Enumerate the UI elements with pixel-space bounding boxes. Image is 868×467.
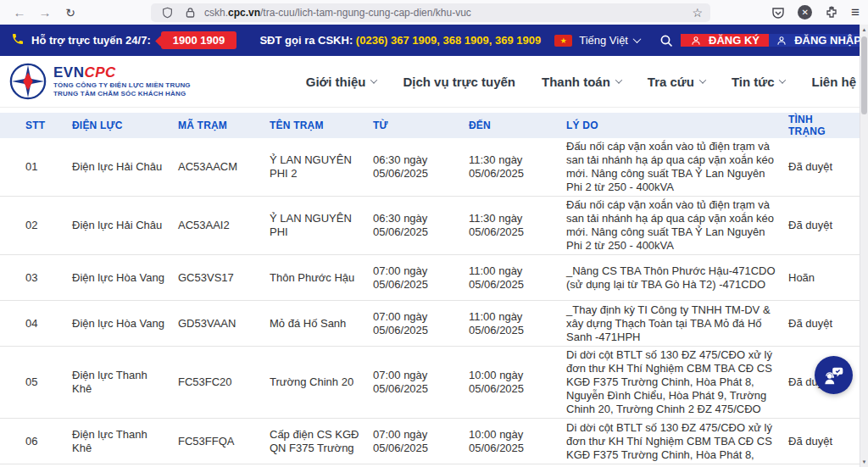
cell-ten-tram: Trường Chinh 20 — [270, 375, 373, 389]
column-header: ĐIỆN LỰC — [72, 120, 178, 131]
status-badge: Đã duyệt — [788, 160, 856, 174]
column-header: ĐẾN — [469, 120, 566, 131]
url-bar[interactable]: cskh.cpc.vn/tra-cuu/lich-tam-ngung-cung-… — [151, 3, 710, 22]
nav-item[interactable]: Dịch vụ trực tuyến — [403, 75, 515, 89]
status-badge: Đã duyệt — [788, 317, 856, 331]
nav-item-label: Tin tức — [732, 75, 775, 89]
column-header: TỪ — [373, 120, 469, 131]
cell-ma-tram: AC53AACM — [178, 160, 270, 174]
pocket-icon[interactable] — [770, 4, 787, 21]
company-line2: TRUNG TÂM CHĂM SÓC KHÁCH HÀNG — [53, 90, 191, 98]
cell-tu: 07:00 ngày 05/06/2025 — [373, 264, 469, 292]
chevron-down-icon — [779, 76, 786, 83]
cell-dien-luc: Điện lực Thanh Khê — [72, 428, 178, 455]
status-badge: Đã duyệt — [788, 435, 856, 448]
cell-den: 11:30 ngày 05/06/2025 — [469, 153, 566, 181]
cell-stt: 02 — [25, 219, 72, 232]
lock-icon — [181, 4, 198, 21]
browser-toolbar: ← → ↻ cskh.cpc.vn/tra-cuu/lich-tam-ngung… — [0, 0, 868, 25]
chevron-down-icon — [615, 76, 622, 83]
cell-stt: 05 — [25, 375, 72, 389]
chevron-down-icon — [633, 35, 642, 43]
hotline-badge[interactable]: 1900 1909 — [161, 31, 236, 49]
evncpc-logo[interactable]: EVNCPC TỔNG CÔNG TY ĐIỆN LỰC MIỀN TRUNG … — [8, 62, 191, 101]
shield-icon[interactable] — [159, 4, 175, 21]
cell-ten-tram: Ỷ LAN NGUYÊN PHI 2 — [270, 153, 373, 181]
cell-ly-do: Đấu nối cáp vặn xoắn vào tủ điện trạm và… — [566, 140, 788, 194]
cell-tu: 07:00 ngày 05/06/2025 — [373, 310, 469, 337]
cell-ma-tram: GC53VS17 — [178, 271, 270, 285]
search-button[interactable] — [652, 34, 681, 47]
cell-den: 11:00 ngày 05/06/2025 — [469, 310, 566, 337]
menu-icon[interactable]: ≡ — [851, 4, 860, 21]
status-badge: Hoãn — [788, 271, 856, 285]
scroll-down-icon[interactable]: ▼ — [860, 459, 868, 464]
cell-stt: 01 — [25, 160, 72, 174]
register-button[interactable]: ĐĂNG KÝ — [681, 34, 769, 47]
cell-ly-do: Di dời cột BTLT số 130 ĐZ 475/CĐO xử lý … — [566, 421, 788, 462]
extension-x-icon[interactable]: ✕ — [798, 5, 812, 19]
nav-item[interactable]: Tin tức — [732, 75, 786, 89]
nav-item-label: Liên hệ — [811, 75, 856, 89]
column-header: TÊN TRẠM — [270, 120, 373, 131]
nav-item-label: Giới thiệu — [306, 75, 366, 89]
cell-ma-tram: FC53FC20 — [178, 375, 270, 389]
cell-stt: 03 — [25, 271, 72, 285]
outage-table: STTĐIỆN LỰCMÃ TRẠMTÊN TRẠMTỪĐẾNLÝ DOTÌNH… — [0, 113, 868, 464]
cell-ly-do: Di dời cột BTLT số 130 ĐZ 475/CĐO xử lý … — [566, 348, 788, 416]
cell-ma-tram: GD53VAAN — [178, 317, 270, 331]
cell-ma-tram: AC53AAI2 — [178, 219, 270, 232]
brand-text: EVNCPC — [53, 64, 191, 81]
outbound-phones: SĐT gọi ra CSKH: (0236) 367 1909, 368 19… — [259, 34, 541, 47]
table-header-row: STTĐIỆN LỰCMÃ TRẠMTÊN TRẠMTỪĐẾNLÝ DOTÌNH… — [0, 113, 868, 138]
bookmark-star-icon[interactable]: ☆ — [692, 6, 703, 19]
phone-icon — [11, 32, 25, 49]
cell-ten-tram: Ỷ LAN NGUYÊN PHI — [270, 212, 373, 239]
login-button[interactable]: ĐĂNG NHẬP — [769, 34, 868, 47]
cell-stt: 06 — [25, 435, 72, 448]
chat-agent-icon — [822, 364, 845, 386]
scrollbar-thumb[interactable] — [861, 36, 867, 114]
table-row: 05 Điện lực Thanh Khê FC53FC20 Trường Ch… — [0, 347, 868, 419]
table-row: 06 Điện lực Thanh Khê FC53FFQA Cấp điện … — [0, 419, 868, 464]
topbar: Hỗ trợ trực tuyến 24/7: 1900 1909 SĐT gọ… — [0, 25, 868, 56]
cell-den: 11:00 ngày 05/06/2025 — [469, 264, 566, 292]
chat-support-button[interactable] — [815, 356, 853, 394]
reload-icon[interactable]: ↻ — [59, 3, 81, 23]
cell-ten-tram: Thôn Phước Hậu — [270, 271, 373, 285]
cell-dien-luc: Điện lực Hòa Vang — [72, 271, 178, 285]
cell-ten-tram: Cấp điện CS KGĐ QN F375 Trường — [270, 428, 373, 455]
nav-item[interactable]: Tra cứu — [648, 75, 705, 89]
column-header: LÝ DO — [566, 120, 788, 131]
table-row: 02 Điện lực Hải Châu AC53AAI2 Ỷ LAN NGUY… — [0, 197, 868, 255]
table-row: 04 Điện lực Hòa Vang GD53VAAN Mỏ đá Hố S… — [0, 301, 868, 347]
cell-den: 10:00 ngày 05/06/2025 — [469, 428, 566, 455]
cell-ten-tram: Mỏ đá Hố Sanh — [270, 317, 373, 331]
cell-stt: 04 — [25, 317, 72, 331]
vietnam-flag-icon: ★ — [554, 35, 572, 47]
scroll-up-icon[interactable]: ▲ — [860, 27, 868, 32]
cell-den: 11:30 ngày 05/06/2025 — [469, 212, 566, 239]
cell-dien-luc: Điện lực Thanh Khê — [72, 369, 178, 396]
nav-item[interactable]: Thanh toán — [542, 75, 621, 89]
page-scrollbar[interactable]: ▲ ▼ — [860, 25, 868, 467]
extensions-puzzle-icon[interactable] — [823, 4, 840, 21]
cell-ly-do: Đấu nối cáp vặn xoắn vào tủ điện trạm và… — [566, 198, 788, 253]
cell-ly-do: _Nâng CS TBA Thôn Phước Hậu-471CDO (sử d… — [566, 264, 788, 292]
cell-dien-luc: Điện lực Hải Châu — [72, 219, 178, 232]
main-nav: Giới thiệuDịch vụ trực tuyếnThanh toánTr… — [306, 75, 856, 89]
chevron-down-icon — [370, 76, 377, 83]
user-icon — [776, 35, 787, 47]
forward-icon[interactable]: → — [34, 3, 56, 23]
cell-den: 10:00 ngày 05/06/2025 — [469, 369, 566, 396]
cell-tu: 07:00 ngày 05/06/2025 — [373, 369, 469, 396]
nav-item[interactable]: Giới thiệu — [306, 75, 377, 89]
back-icon[interactable]: ← — [8, 3, 31, 23]
language-selector[interactable]: Tiếng Việt — [579, 34, 640, 47]
cell-tu: 06:30 ngày 05/06/2025 — [373, 153, 469, 181]
cell-dien-luc: Điện lực Hải Châu — [72, 160, 178, 174]
nav-item[interactable]: Liên hệ — [811, 75, 856, 89]
column-header: STT — [25, 120, 72, 131]
cell-dien-luc: Điện lực Hòa Vang — [72, 317, 178, 331]
cell-tu: 06:30 ngày 05/06/2025 — [373, 212, 469, 239]
